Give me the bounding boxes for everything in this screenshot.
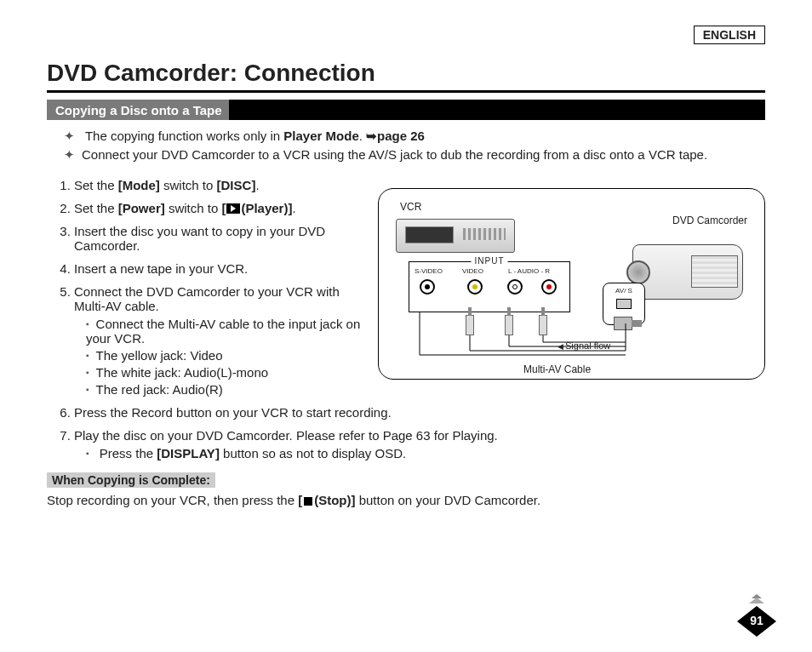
text: Set the [74, 201, 118, 215]
text: Play the disc on your DVD Camcorder. Ple… [74, 428, 498, 443]
multi-av-cable-label: Multi-AV Cable [523, 363, 591, 375]
text: button so as not to display OSD. [220, 446, 406, 460]
text: The copying function works only in [85, 129, 283, 143]
step-6: Press the Record button on your VCR to s… [74, 405, 765, 420]
text: switch to [165, 201, 222, 215]
text-bold: [DISPLAY] [157, 446, 220, 460]
sub-item: The red jack: Audio(R) [86, 382, 365, 397]
sub-item: Connect the Multi-AV cable to the input … [86, 317, 365, 346]
text-bold: [Mode] [118, 178, 160, 192]
text: Connect the DVD Camcorder to your VCR wi… [74, 284, 340, 313]
connection-diagram: VCR DVD Camcorder INPUT S-VIDEO VIDEO L … [378, 188, 765, 380]
sub-item: Press the [DISPLAY] button so as not to … [86, 446, 765, 460]
page-number: 91 [737, 614, 776, 627]
step-5-sublist: Connect the Multi-AV cable to the input … [86, 317, 365, 397]
text: Set the [74, 178, 118, 192]
text-bold: [Power] [118, 201, 165, 215]
page-number-badge: 91 [737, 606, 776, 637]
text: . [255, 178, 259, 192]
language-label: ENGLISH [694, 26, 765, 44]
complete-label: When Copying is Complete: [47, 472, 215, 488]
text: Press the [100, 446, 157, 460]
text: . [359, 129, 366, 143]
stop-label: [(Stop)] [298, 493, 355, 507]
stop-icon [304, 497, 312, 506]
intro-item: The copying function works only in Playe… [64, 129, 765, 144]
player-label: [(Player)] [221, 201, 292, 215]
step-7: Play the disc on your DVD Camcorder. Ple… [74, 428, 765, 460]
page-title: DVD Camcorder: Connection [47, 60, 765, 87]
sub-item: The yellow jack: Video [86, 348, 365, 363]
section-header-bar: Copying a Disc onto a Tape [47, 100, 765, 120]
text-bold: [DISC] [217, 178, 256, 192]
section-title: Copying a Disc onto a Tape [47, 100, 229, 120]
page-ref: ➥page 26 [366, 129, 425, 144]
page-title-row: DVD Camcorder: Connection [47, 60, 765, 93]
play-icon [226, 203, 240, 214]
step-7-sublist: Press the [DISPLAY] button so as not to … [86, 446, 765, 460]
text: Stop recording on your VCR, then press t… [47, 493, 298, 507]
intro-list: The copying function works only in Playe… [64, 129, 765, 163]
text-bold: Player Mode [283, 129, 358, 143]
text: switch to [160, 178, 217, 192]
text: button on your DVD Camcorder. [355, 493, 540, 507]
complete-section: When Copying is Complete: [47, 472, 765, 488]
text: . [292, 201, 295, 215]
sub-item: The white jack: Audio(L)-mono [86, 365, 365, 380]
intro-item: Connect your DVD Camcorder to a VCR usin… [64, 147, 765, 163]
complete-text: Stop recording on your VCR, then press t… [47, 493, 765, 507]
signal-flow-label: Signal flow [558, 340, 610, 351]
